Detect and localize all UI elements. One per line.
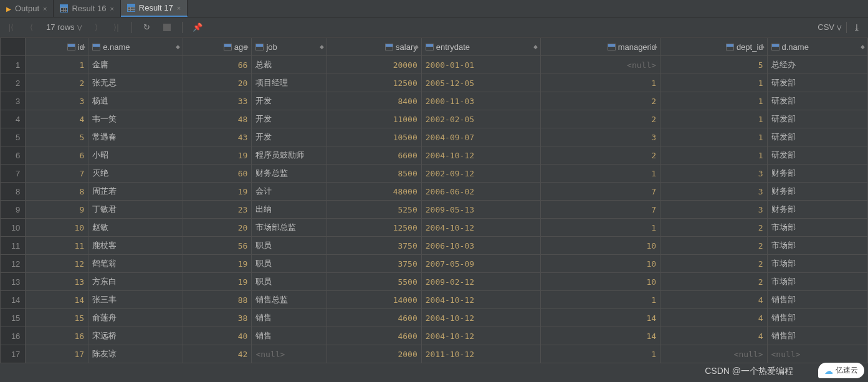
cell[interactable]: 1 bbox=[661, 146, 767, 165]
cell[interactable]: 2009-05-13 bbox=[421, 201, 541, 219]
cell[interactable]: 财务部 bbox=[767, 201, 867, 219]
cell[interactable]: 20 bbox=[183, 74, 252, 92]
sort-icon[interactable]: ◆ bbox=[760, 44, 765, 50]
cell[interactable]: 23 bbox=[183, 201, 252, 219]
cell[interactable]: 市场部 bbox=[767, 255, 867, 273]
cell[interactable]: 1 bbox=[541, 165, 661, 183]
cell[interactable]: 33 bbox=[183, 92, 252, 110]
cell[interactable]: 19 bbox=[183, 273, 252, 291]
prev-page-button[interactable]: ⟨ bbox=[26, 22, 36, 32]
column-header-salary[interactable]: salary◆ bbox=[327, 38, 421, 56]
cell[interactable]: 销售 bbox=[252, 309, 327, 327]
cell[interactable]: <null> bbox=[252, 345, 327, 363]
cell[interactable]: 开发 bbox=[252, 128, 327, 146]
download-button[interactable]: ⤓ bbox=[852, 22, 862, 32]
row-number[interactable]: 2 bbox=[1, 74, 26, 92]
cell[interactable]: 14 bbox=[26, 291, 88, 309]
row-number[interactable]: 17 bbox=[1, 345, 26, 363]
cell[interactable]: 3 bbox=[661, 201, 767, 219]
cell[interactable]: 鹿杖客 bbox=[88, 237, 183, 255]
cell[interactable]: 5 bbox=[26, 128, 88, 146]
row-count-dropdown[interactable]: 17 rows ⋁ bbox=[46, 22, 82, 32]
column-header-id[interactable]: id◆ bbox=[26, 38, 88, 56]
cell[interactable]: 杨逍 bbox=[88, 92, 183, 110]
cell[interactable]: 市场部总监 bbox=[252, 219, 327, 237]
cell[interactable]: 研发部 bbox=[767, 74, 867, 92]
cell[interactable]: 张三丰 bbox=[88, 291, 183, 309]
cell[interactable]: 8500 bbox=[327, 165, 421, 183]
cell[interactable]: 15 bbox=[26, 309, 88, 327]
cell[interactable]: 财务部 bbox=[767, 183, 867, 201]
cell[interactable]: 2006-10-03 bbox=[421, 237, 541, 255]
table-row[interactable]: 1212鹤笔翁19职员37502007-05-09102市场部 bbox=[1, 255, 868, 273]
close-icon[interactable]: × bbox=[110, 5, 113, 12]
cell[interactable]: 4 bbox=[661, 327, 767, 345]
cell[interactable]: 10500 bbox=[327, 128, 421, 146]
last-page-button[interactable]: ⟩| bbox=[112, 22, 122, 32]
table-row[interactable]: 1717陈友谅42<null>20002011-10-121<null><nul… bbox=[1, 345, 868, 363]
cell[interactable]: 财务总监 bbox=[252, 165, 327, 183]
cell[interactable]: 会计 bbox=[252, 183, 327, 201]
cell[interactable]: 销售部 bbox=[767, 291, 867, 309]
column-header-job[interactable]: job◆ bbox=[252, 38, 327, 56]
cell[interactable]: 陈友谅 bbox=[88, 345, 183, 363]
cell[interactable]: 11000 bbox=[327, 110, 421, 128]
cell[interactable]: 灭绝 bbox=[88, 165, 183, 183]
sort-icon[interactable]: ◆ bbox=[533, 44, 538, 50]
sort-icon[interactable]: ◆ bbox=[653, 44, 657, 50]
cell[interactable]: 鹤笔翁 bbox=[88, 255, 183, 273]
pin-button[interactable]: 📌 bbox=[193, 22, 203, 32]
cell[interactable]: 2 bbox=[26, 74, 88, 92]
cell[interactable]: 42 bbox=[183, 345, 252, 363]
cell[interactable]: 2000 bbox=[327, 345, 421, 363]
column-header-deptid[interactable]: dept_id◆ bbox=[661, 38, 767, 56]
cell[interactable]: 19 bbox=[183, 146, 252, 165]
cell[interactable]: 财务部 bbox=[767, 165, 867, 183]
cell[interactable]: 4 bbox=[661, 291, 767, 309]
table-row[interactable]: 1414张三丰88销售总监140002004-10-1214销售部 bbox=[1, 291, 868, 309]
cell[interactable]: 销售总监 bbox=[252, 291, 327, 309]
column-header-age[interactable]: age◆ bbox=[183, 38, 252, 56]
cell[interactable]: 市场部 bbox=[767, 219, 867, 237]
cell[interactable]: 6600 bbox=[327, 146, 421, 165]
cell[interactable]: 2000-11-03 bbox=[421, 92, 541, 110]
cell[interactable]: 1 bbox=[541, 345, 661, 363]
table-row[interactable]: 1111鹿杖客56职员37502006-10-03102市场部 bbox=[1, 237, 868, 255]
cell[interactable]: 7 bbox=[541, 201, 661, 219]
cell[interactable]: 2002-02-05 bbox=[421, 110, 541, 128]
table-row[interactable]: 55常遇春43开发105002004-09-0731研发部 bbox=[1, 128, 868, 146]
cell[interactable]: 17 bbox=[26, 345, 88, 363]
cell[interactable]: 10 bbox=[541, 237, 661, 255]
close-icon[interactable]: × bbox=[177, 4, 181, 12]
cell[interactable]: 职员 bbox=[252, 273, 327, 291]
row-number[interactable]: 15 bbox=[1, 309, 26, 327]
table-row[interactable]: 88周芷若19会计480002006-06-0273财务部 bbox=[1, 183, 868, 201]
table-row[interactable]: 99丁敏君23出纳52502009-05-1373财务部 bbox=[1, 201, 868, 219]
cell[interactable]: 1 bbox=[541, 291, 661, 309]
cell[interactable]: 研发部 bbox=[767, 146, 867, 165]
cell[interactable]: <null> bbox=[767, 345, 867, 363]
cell[interactable]: 3 bbox=[541, 128, 661, 146]
cell[interactable]: 张无忌 bbox=[88, 74, 183, 92]
cell[interactable]: 8 bbox=[26, 183, 88, 201]
row-number[interactable]: 9 bbox=[1, 201, 26, 219]
cell[interactable]: 43 bbox=[183, 128, 252, 146]
cell[interactable]: 38 bbox=[183, 309, 252, 327]
table-row[interactable]: 11金庸66总裁200002000-01-01<null>5总经办 bbox=[1, 56, 868, 74]
export-format-dropdown[interactable]: CSV ⋁ bbox=[818, 22, 841, 32]
cell[interactable]: 总裁 bbox=[252, 56, 327, 74]
cell[interactable]: 14 bbox=[541, 309, 661, 327]
cell[interactable]: 3 bbox=[26, 92, 88, 110]
cell[interactable]: 韦一笑 bbox=[88, 110, 183, 128]
table-row[interactable]: 1010赵敏20市场部总监125002004-10-1212市场部 bbox=[1, 219, 868, 237]
row-number[interactable]: 5 bbox=[1, 128, 26, 146]
cell[interactable]: 职员 bbox=[252, 237, 327, 255]
cell[interactable]: 5500 bbox=[327, 273, 421, 291]
cell[interactable]: 2000-01-01 bbox=[421, 56, 541, 74]
cell[interactable]: 市场部 bbox=[767, 273, 867, 291]
row-number[interactable]: 11 bbox=[1, 237, 26, 255]
sort-icon[interactable]: ◆ bbox=[176, 44, 180, 50]
cell[interactable]: 2004-10-12 bbox=[421, 309, 541, 327]
table-row[interactable]: 44韦一笑48开发110002002-02-0521研发部 bbox=[1, 110, 868, 128]
row-number[interactable]: 1 bbox=[1, 56, 26, 74]
